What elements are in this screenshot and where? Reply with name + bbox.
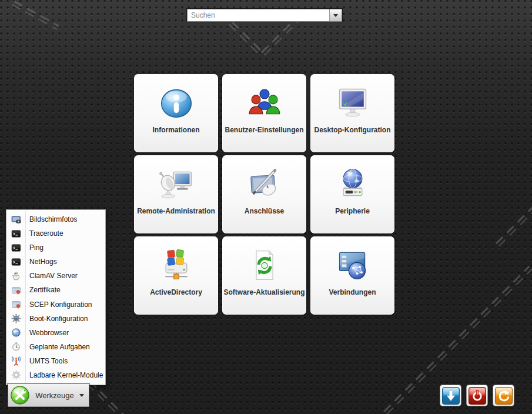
tile-grid: Informationen Benutzer-Einstellungen — [134, 74, 394, 315]
chevron-down-icon — [333, 14, 338, 17]
menu-item-ladbare-kernel-module[interactable]: Ladbare Kernel-Module — [6, 368, 105, 382]
restart-button[interactable] — [493, 385, 514, 406]
clamav-bird-icon — [11, 271, 21, 281]
menu-item-traceroute[interactable]: Traceroute — [6, 226, 105, 241]
tile-activedirectory[interactable]: ActiveDirectory — [134, 236, 218, 315]
kernel-gear-icon — [11, 370, 21, 380]
tile-label: Software-Aktualisierung — [223, 289, 305, 296]
menu-item-label: ClamAV Server — [29, 272, 78, 280]
menu-item-geplante-aufgaben[interactable]: Geplante Aufgaben — [6, 340, 105, 354]
tile-benutzer-einstellungen[interactable]: Benutzer-Einstellungen — [222, 74, 306, 152]
menu-item-ping[interactable]: Ping — [6, 241, 105, 255]
chevron-down-icon — [79, 394, 84, 397]
menu-item-label: SCEP Konfiguration — [29, 301, 92, 309]
tile-desktop-konfiguration[interactable]: Desktop-Konfiguration — [310, 74, 394, 152]
menu-item-clamav-server[interactable]: ClamAV Server — [6, 269, 105, 283]
tablet-pen-mouse-icon — [247, 164, 282, 204]
terminal-icon — [11, 257, 21, 267]
power-icon — [469, 387, 486, 405]
tile-label: Peripherie — [335, 208, 370, 215]
users-icon — [247, 83, 282, 123]
menu-item-nethogs[interactable]: NetHogs — [6, 255, 105, 269]
download-button[interactable] — [440, 385, 461, 406]
tile-label: Desktop-Konfiguration — [314, 126, 391, 134]
search-combobox — [187, 9, 342, 22]
globe-icon — [11, 328, 21, 338]
menu-item-label: UMTS Tools — [29, 357, 68, 365]
menu-icon-separator — [25, 211, 26, 383]
tile-peripherie[interactable]: Peripherie — [310, 155, 394, 233]
shutdown-button[interactable] — [466, 385, 488, 406]
tile-label: Remote-Administration — [137, 208, 215, 215]
satellite-monitor-icon — [159, 164, 194, 204]
menu-item-bildschirmfotos[interactable]: Bildschirmfotos — [6, 212, 105, 226]
certificate-icon — [11, 285, 21, 295]
bg-chevron — [496, 206, 532, 247]
tile-label: Informationen — [153, 126, 200, 134]
tile-anschluesse[interactable]: Anschlüsse — [222, 155, 306, 233]
search-input[interactable] — [188, 9, 329, 21]
menu-item-boot-konfiguration[interactable]: Boot-Konfiguration — [6, 312, 105, 326]
werkzeuge-label: Werkzeuge — [30, 391, 79, 400]
certificate-icon — [11, 299, 21, 309]
menu-item-label: Boot-Konfiguration — [29, 315, 88, 323]
menu-item-webbrowser[interactable]: Webbrowser — [6, 326, 105, 340]
menu-item-label: Ladbare Kernel-Module — [29, 371, 103, 379]
tile-informationen[interactable]: Informationen — [134, 74, 218, 152]
session-actions — [440, 385, 514, 406]
restart-icon — [495, 387, 513, 405]
menu-item-label: Ping — [29, 243, 44, 252]
tools-menu: Bildschirmfotos Traceroute Ping NetHogs … — [6, 209, 106, 385]
menu-item-label: Traceroute — [29, 229, 63, 238]
windows-drive-network-icon — [159, 245, 194, 285]
werkzeuge-button[interactable]: Werkzeuge — [8, 383, 89, 407]
search-dropdown-button[interactable] — [329, 9, 342, 21]
software-update-icon — [247, 245, 282, 285]
down-arrow-icon — [442, 387, 460, 405]
green-tools-icon — [10, 385, 30, 405]
tile-software-aktualisierung[interactable]: Software-Aktualisierung — [222, 236, 306, 315]
screenshot-icon — [11, 215, 21, 225]
desktop-monitor-icon — [335, 83, 370, 123]
tile-label: Anschlüsse — [245, 208, 284, 215]
menu-item-zertifikate[interactable]: Zertifikate — [6, 283, 105, 297]
menu-item-label: Zertifikate — [29, 286, 61, 294]
menu-item-label: Webbrowser — [29, 329, 69, 337]
menu-item-scep-konfiguration[interactable]: SCEP Konfiguration — [6, 297, 105, 311]
tile-label: Verbindungen — [329, 289, 376, 296]
tile-label: ActiveDirectory — [150, 289, 202, 296]
info-icon — [159, 83, 194, 123]
gear-globe-icon — [11, 313, 21, 323]
tile-label: Benutzer-Einstellungen — [225, 126, 303, 134]
antenna-icon — [11, 356, 21, 366]
tile-remote-administration[interactable]: Remote-Administration — [134, 155, 218, 233]
terminal-icon — [11, 229, 21, 239]
menu-item-label: NetHogs — [29, 258, 57, 266]
menu-item-label: Geplante Aufgaben — [29, 343, 90, 351]
bg-chevron — [12, 1, 59, 31]
tile-verbindungen[interactable]: Verbindungen — [310, 236, 394, 315]
menu-item-umts-tools[interactable]: UMTS Tools — [6, 354, 105, 368]
terminal-icon — [11, 243, 21, 253]
globe-drive-icon — [335, 164, 370, 204]
clock-icon — [11, 342, 21, 352]
menu-item-label: Bildschirmfotos — [29, 215, 77, 223]
network-globe-panel-icon — [335, 245, 370, 285]
